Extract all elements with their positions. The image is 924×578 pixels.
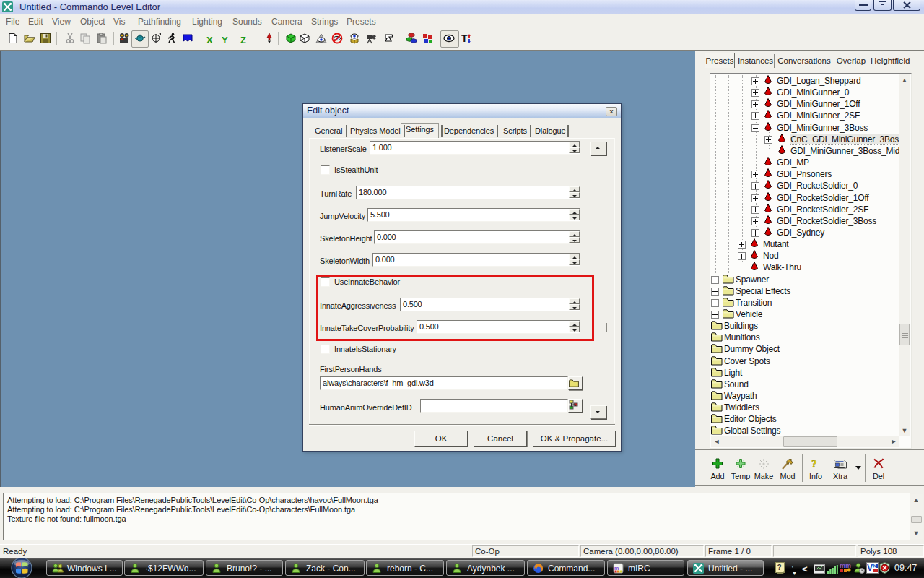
svg-text:?: ? bbox=[811, 458, 817, 470]
svg-text:2: 2 bbox=[873, 564, 876, 569]
svg-text:m: m bbox=[614, 566, 619, 571]
svg-text:?: ? bbox=[777, 564, 782, 571]
svg-text:V: V bbox=[867, 563, 873, 573]
svg-text:T: T bbox=[461, 33, 468, 44]
svg-text:mm: mm bbox=[840, 562, 851, 569]
